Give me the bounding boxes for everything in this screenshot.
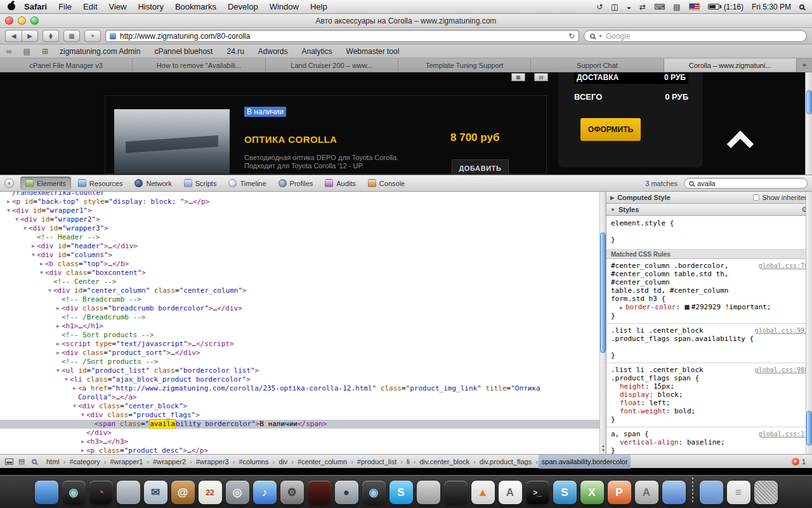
menu-item-help[interactable]: Help: [310, 2, 327, 11]
inspector-tab-audits[interactable]: Audits: [320, 177, 361, 190]
expand-arrow-icon[interactable]: ▶: [38, 260, 45, 269]
dom-tree-row[interactable]: ▼<div id="wrapper3">: [0, 224, 606, 233]
css-file-link[interactable]: global.css:70: [759, 262, 808, 270]
dom-tree-row[interactable]: ▼<div id="wrapper2">: [0, 215, 606, 224]
css-file-link[interactable]: global.css:988: [755, 366, 808, 374]
tab-inactive[interactable]: Land Cruiser 200 – www...: [266, 58, 398, 72]
bookmark-item[interactable]: Adwords: [258, 47, 288, 56]
dock-terminal-icon[interactable]: >_: [526, 481, 549, 504]
menu-item-safari[interactable]: Safari: [24, 2, 47, 11]
dom-tree-row[interactable]: ▼<div class="boxcontent">: [0, 269, 606, 277]
styles-scrollbar[interactable]: [806, 192, 812, 454]
collapse-arrow-icon[interactable]: ▼: [63, 375, 70, 384]
apple-menu-icon[interactable]: [8, 3, 15, 10]
breadcrumb-item[interactable]: div.center_block: [416, 455, 473, 469]
breadcrumb-item[interactable]: div.product_flags: [476, 455, 535, 469]
expand-arrow-icon[interactable]: ▶: [620, 304, 625, 312]
add-tab-button[interactable]: +: [797, 58, 812, 72]
expand-arrow-icon[interactable]: ▶: [30, 242, 37, 251]
tab-active[interactable]: Corolla – www.zigmatuni...: [664, 58, 797, 72]
menu-item-bookmarks[interactable]: Bookmarks: [175, 2, 216, 11]
dock-inspector-button[interactable]: [3, 457, 15, 467]
dock-skype-icon[interactable]: S: [390, 481, 413, 504]
console-toggle-button[interactable]: ▤: [15, 457, 28, 467]
expand-arrow-icon[interactable]: ▶: [55, 304, 62, 313]
list-view-button[interactable]: ▤: [534, 73, 548, 81]
collapsed-arrow-icon[interactable]: ▶: [610, 195, 614, 201]
forward-button[interactable]: ▶: [22, 30, 38, 42]
dom-tree-row[interactable]: <!-- Center -->: [0, 277, 606, 286]
breadcrumb-item[interactable]: span.availability.bordercolor: [539, 455, 631, 469]
dom-tree-row[interactable]: <!-- Breadcrumb -->: [0, 295, 606, 304]
dock-excel-icon[interactable]: X: [580, 481, 604, 504]
expand-arrow-icon[interactable]: ▶: [71, 384, 78, 393]
menu-item-history[interactable]: History: [138, 2, 163, 11]
collapse-arrow-icon[interactable]: ▼: [22, 224, 29, 233]
breadcrumb-item[interactable]: li: [403, 455, 413, 469]
css-property[interactable]: vertical-align: baseline;: [611, 438, 808, 446]
tab-inactive[interactable]: cPanel File Manager v3: [0, 58, 133, 72]
checkout-button[interactable]: ОФОРМИТЬ: [580, 118, 641, 141]
dock-powerpoint-icon[interactable]: P: [608, 481, 631, 504]
google-search-field[interactable]: ▼ Google: [584, 30, 807, 42]
element-style-rule[interactable]: element.style { }: [606, 216, 812, 250]
expand-arrow-icon[interactable]: ▶: [79, 446, 86, 454]
collapse-arrow-icon[interactable]: ▼: [55, 366, 62, 375]
dom-tree-row[interactable]: ▼<div class="center_block">: [0, 402, 606, 411]
collapse-arrow-icon[interactable]: ▼: [79, 411, 86, 420]
css-property[interactable]: float: left;: [611, 399, 808, 407]
displays-icon[interactable]: ▤: [673, 3, 680, 11]
modem-status-icon[interactable]: ◫: [611, 3, 618, 11]
menu-item-edit[interactable]: Edit: [83, 2, 97, 11]
dom-tree-row[interactable]: /randexmetrika-counter": [0, 192, 606, 197]
breadcrumb-item[interactable]: html: [43, 455, 63, 469]
show-inherited-checkbox[interactable]: [753, 194, 759, 201]
breadcrumb-item[interactable]: #center_column: [294, 455, 350, 469]
keyboard-input-icon[interactable]: ⌨: [654, 3, 665, 11]
css-file-link[interactable]: global.css:11: [759, 430, 808, 438]
dom-tree-row[interactable]: ▶<div id="header">…</div>: [0, 242, 606, 251]
dom-tree-scrollbar[interactable]: ▲▼: [599, 192, 606, 454]
dock-image-capture-icon[interactable]: ◎: [226, 481, 249, 504]
dock-final-cut-icon[interactable]: [308, 481, 331, 504]
search-chevron-icon[interactable]: ▼: [598, 34, 603, 38]
breadcrumb-item[interactable]: #category: [66, 455, 103, 469]
dom-tree-row[interactable]: Corolla">…</a>: [0, 393, 606, 402]
dock-gray-app-icon[interactable]: [417, 481, 440, 504]
dom-tree-row[interactable]: ▶<div class="product_sort">…</div>: [0, 349, 606, 358]
breadcrumb-item[interactable]: #product_list: [354, 455, 400, 469]
add-to-cart-button[interactable]: ДОБАВИТЬ: [452, 159, 509, 175]
dom-tree-row[interactable]: ▼<div id="wrapper1">: [0, 206, 606, 215]
product-title-link[interactable]: ОПТИКА COROLLA: [244, 134, 337, 145]
reload-icon[interactable]: ↻: [568, 32, 575, 41]
breadcrumb-item[interactable]: #wrapper1: [107, 455, 146, 469]
bookmark-item[interactable]: cPannel bluehost: [154, 47, 213, 56]
collapse-arrow-icon[interactable]: ▼: [30, 251, 37, 260]
url-text[interactable]: http://www.zigmatuning.com/80-corolla: [120, 32, 250, 41]
inspector-search-input[interactable]: availa: [684, 178, 808, 189]
bookmark-item[interactable]: 24.ru: [226, 47, 244, 56]
breadcrumb-item[interactable]: div: [275, 455, 291, 469]
collapse-arrow-icon[interactable]: ▼: [5, 206, 12, 215]
menu-item-view[interactable]: View: [109, 2, 127, 11]
dom-tree-row[interactable]: ▼<div class="product_flags">: [0, 411, 606, 420]
breadcrumb-item[interactable]: #wrapper3: [193, 455, 232, 469]
sync-arrows-icon[interactable]: ⇄: [639, 3, 646, 11]
breadcrumb-item[interactable]: #wrapper2: [150, 455, 189, 469]
expand-arrow-icon[interactable]: ▶: [5, 197, 12, 206]
collapse-arrow-icon[interactable]: ▼: [71, 402, 78, 411]
inspector-tab-resources[interactable]: Resources: [73, 177, 128, 190]
dock-textedit-icon[interactable]: A: [499, 481, 522, 504]
css-file-link[interactable]: global.css:991: [755, 326, 808, 335]
dom-tree-row[interactable]: ▶<h1>…</h1>: [0, 322, 606, 331]
top-sites-grid-icon[interactable]: ⊞: [42, 47, 48, 56]
dom-tree-row[interactable]: ▶<h3>…</h3>: [0, 438, 606, 446]
computed-style-header[interactable]: ▶ Computed Style Show inherited: [606, 192, 812, 204]
tab-inactive[interactable]: Template Tuning Support: [398, 58, 531, 72]
collapse-arrow-icon[interactable]: ▼: [13, 215, 20, 224]
new-tab-button[interactable]: +: [84, 30, 101, 42]
css-property[interactable]: font-weight: bold;: [611, 407, 808, 415]
page-scrollbar-thumb[interactable]: [806, 90, 812, 114]
dock-ical-icon[interactable]: 22: [199, 481, 222, 504]
dock-archive-app-icon[interactable]: A: [635, 481, 658, 504]
